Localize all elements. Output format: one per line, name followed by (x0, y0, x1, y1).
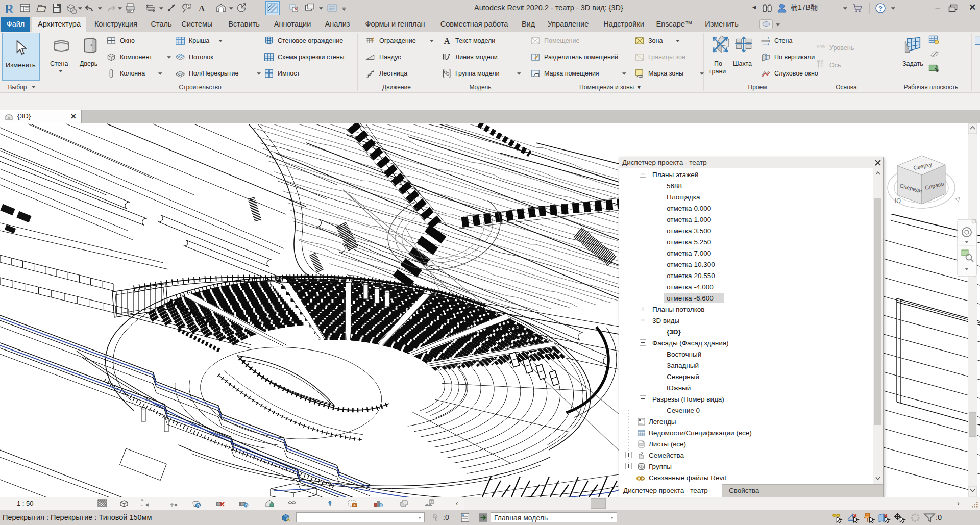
svg-text:9: 9 (197, 503, 200, 508)
svg-text:Ю: Ю (895, 197, 901, 205)
svg-text:9: 9 (245, 503, 248, 508)
svg-text:1: 1 (188, 4, 190, 9)
svg-text:R: R (5, 2, 14, 15)
svg-text:9: 9 (380, 503, 382, 508)
svg-text:A: A (199, 4, 205, 13)
svg-text:A: A (444, 36, 450, 46)
svg-text:?: ? (878, 5, 883, 12)
